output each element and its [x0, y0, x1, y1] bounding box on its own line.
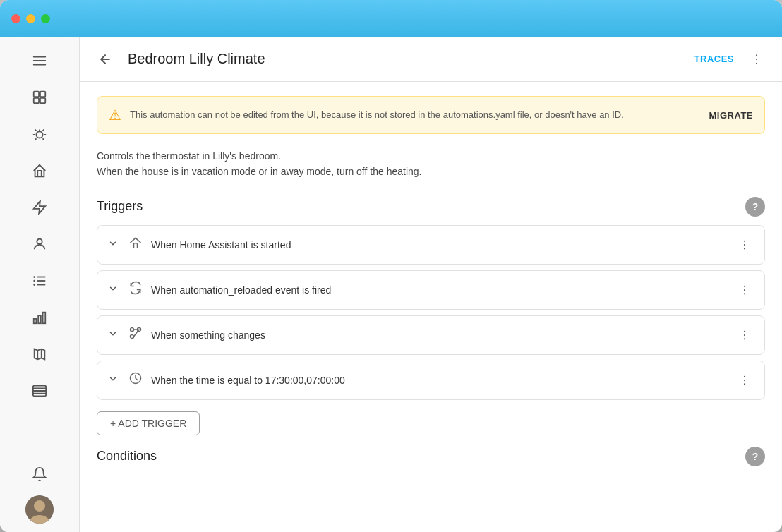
svg-point-12	[33, 276, 35, 278]
minimize-button[interactable]	[26, 14, 35, 23]
svg-point-7	[36, 131, 42, 138]
app-body: Bedroom Lilly Climate TRACES ⚠ This auto…	[0, 37, 782, 532]
svg-point-8	[37, 239, 42, 244]
warning-icon: ⚠	[109, 107, 121, 123]
chevron-down-icon[interactable]	[106, 329, 120, 341]
sidebar-item-energy[interactable]	[24, 192, 55, 223]
svg-point-28	[756, 59, 757, 60]
page-header: Bedroom Lilly Climate TRACES	[80, 37, 782, 82]
svg-point-32	[744, 244, 745, 246]
svg-point-44	[744, 375, 745, 377]
add-trigger-button[interactable]: + ADD TRIGGER	[97, 411, 200, 435]
trigger-item: When something changes	[97, 315, 765, 355]
svg-rect-17	[43, 313, 46, 324]
triggers-help-icon[interactable]: ?	[745, 197, 765, 217]
sidebar-menu-button[interactable]	[24, 45, 55, 76]
sidebar-item-maps[interactable]	[24, 339, 55, 370]
content-area: ⚠ This automation can not be edited from…	[80, 82, 782, 532]
sidebar-item-home[interactable]	[24, 155, 55, 186]
sidebar-item-persons[interactable]	[24, 229, 55, 260]
description-line1: Controls the thermostat in Lilly's bedro…	[97, 148, 765, 164]
migrate-button[interactable]: MIGRATE	[709, 110, 753, 121]
trigger-item: When the time is equal to 17:30:00,07:00…	[97, 361, 765, 400]
title-bar	[0, 0, 782, 37]
svg-point-29	[756, 62, 757, 64]
svg-point-33	[744, 248, 745, 249]
warning-banner: ⚠ This automation can not be edited from…	[97, 96, 765, 134]
trigger-list: When Home Assistant is started	[97, 225, 765, 400]
sidebar-item-list[interactable]	[24, 265, 55, 296]
svg-point-34	[744, 285, 745, 286]
svg-point-27	[756, 54, 757, 56]
chevron-down-icon[interactable]	[106, 374, 120, 386]
trigger-icon-home	[127, 236, 144, 253]
svg-rect-6	[40, 98, 45, 103]
sidebar-bottom	[24, 459, 55, 532]
svg-point-46	[744, 383, 745, 385]
triggers-section-header: Triggers ?	[97, 197, 765, 217]
svg-point-31	[744, 240, 745, 241]
main-content: Bedroom Lilly Climate TRACES ⚠ This auto…	[80, 37, 782, 532]
svg-rect-16	[38, 315, 41, 323]
conditions-section-header: Conditions ?	[97, 435, 765, 466]
svg-point-35	[744, 289, 745, 291]
user-avatar[interactable]	[25, 495, 54, 524]
back-button[interactable]	[94, 48, 116, 71]
sidebar-item-bugs[interactable]	[24, 119, 55, 150]
conditions-title: Conditions	[97, 449, 157, 464]
svg-point-40	[744, 330, 745, 332]
warning-text: This automation can not be edited from t…	[130, 109, 701, 121]
trigger-label: When something changes	[151, 330, 726, 341]
svg-rect-4	[40, 92, 45, 97]
svg-point-14	[33, 284, 35, 286]
trigger-more-button[interactable]	[733, 279, 756, 301]
trigger-more-button[interactable]	[733, 324, 756, 346]
svg-rect-30	[131, 242, 140, 248]
chevron-down-icon[interactable]	[106, 284, 120, 296]
svg-rect-15	[34, 319, 37, 323]
app-window: Bedroom Lilly Climate TRACES ⚠ This auto…	[0, 0, 782, 532]
traces-button[interactable]: TRACES	[694, 54, 734, 64]
sidebar-item-history[interactable]	[24, 302, 55, 333]
triggers-title: Triggers	[97, 199, 143, 214]
trigger-more-button[interactable]	[733, 369, 756, 392]
trigger-icon-time	[127, 371, 144, 389]
svg-point-25	[34, 500, 45, 512]
trigger-icon-changes	[127, 326, 144, 344]
trigger-item: When automation_reloaded event is fired	[97, 270, 765, 310]
sidebar-item-dashboard[interactable]	[24, 82, 55, 113]
sidebar-item-notifications[interactable]	[24, 459, 55, 490]
close-button[interactable]	[11, 14, 20, 23]
chevron-down-icon[interactable]	[106, 238, 120, 250]
svg-point-45	[744, 380, 745, 381]
svg-point-13	[33, 280, 35, 282]
sidebar	[0, 37, 80, 532]
trigger-more-button[interactable]	[733, 234, 756, 256]
conditions-help-icon[interactable]: ?	[745, 447, 765, 466]
trigger-label: When the time is equal to 17:30:00,07:00…	[151, 375, 726, 386]
svg-rect-5	[34, 98, 39, 103]
trigger-label: When automation_reloaded event is fired	[151, 284, 726, 296]
page-title: Bedroom Lilly Climate	[128, 51, 683, 67]
svg-point-36	[744, 293, 745, 294]
sidebar-item-media[interactable]	[24, 375, 55, 406]
svg-point-42	[744, 338, 745, 339]
svg-rect-3	[34, 92, 39, 97]
trigger-icon-reload	[127, 281, 144, 298]
maximize-button[interactable]	[41, 14, 50, 23]
description-line2: When the house is in vacation mode or in…	[97, 164, 765, 179]
trigger-label: When Home Assistant is started	[151, 239, 726, 250]
header-more-button[interactable]	[745, 48, 768, 71]
automation-description: Controls the thermostat in Lilly's bedro…	[97, 148, 765, 180]
svg-point-41	[744, 334, 745, 336]
trigger-item: When Home Assistant is started	[97, 225, 765, 265]
